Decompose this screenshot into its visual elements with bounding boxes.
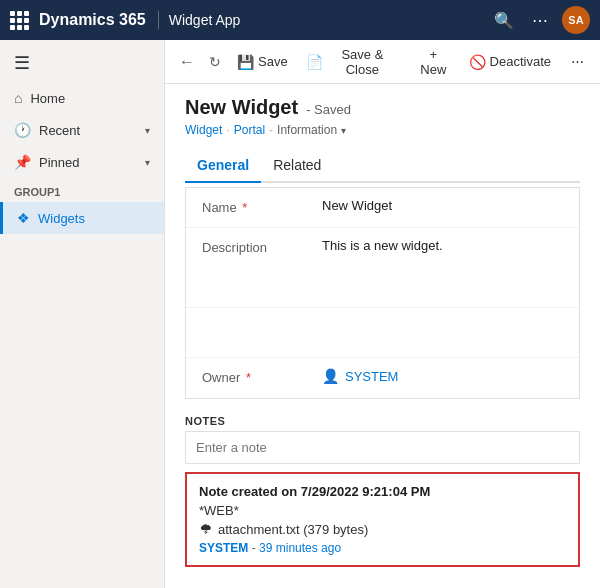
field-row-name: Name * New Widget xyxy=(186,188,579,228)
app-name: Widget App xyxy=(169,12,241,28)
required-indicator: * xyxy=(242,200,247,215)
deactivate-button[interactable]: 🚫 Deactivate xyxy=(461,50,559,74)
sidebar-item-widgets[interactable]: ❖ Widgets xyxy=(0,202,164,234)
note-separator: - xyxy=(252,541,259,555)
form-section: Name * New Widget Description This is a … xyxy=(185,187,580,399)
note-title: Note created on 7/29/2022 9:21:04 PM xyxy=(199,484,566,499)
pin-icon: 📌 xyxy=(14,154,31,170)
spacer-row xyxy=(186,308,579,358)
brand-name: Dynamics 365 xyxy=(39,11,159,29)
notes-input[interactable] xyxy=(185,431,580,464)
sidebar-group-label: Group1 xyxy=(0,178,164,202)
notes-header: NOTES xyxy=(185,407,580,431)
note-card: Note created on 7/29/2022 9:21:04 PM *WE… xyxy=(185,472,580,567)
note-footer: SYSTEM - 39 minutes ago xyxy=(199,541,566,555)
user-avatar[interactable]: SA xyxy=(562,6,590,34)
notes-section: NOTES Note created on 7/29/2022 9:21:04 … xyxy=(185,407,580,567)
main-layout: ☰ ⌂ Home 🕐 Recent ▾ 📌 Pinned ▾ Group1 ❖ … xyxy=(0,40,600,588)
form-tabs: General Related xyxy=(185,149,580,183)
refresh-button[interactable]: ↻ xyxy=(203,50,227,74)
description-label: Description xyxy=(202,238,322,255)
save-close-icon: 📄 xyxy=(306,54,323,70)
command-bar: ← ↻ 💾 Save 📄 Save & Close + New 🚫 Deacti… xyxy=(165,40,600,84)
user-icon: 👤 xyxy=(322,368,339,384)
sidebar-item-pinned-label: Pinned xyxy=(39,155,79,170)
note-body: *WEB* xyxy=(199,503,566,518)
field-row-description: Description This is a new widget. xyxy=(186,228,579,308)
record-name: New Widget xyxy=(185,96,298,119)
home-icon: ⌂ xyxy=(14,90,22,106)
breadcrumb-widget[interactable]: Widget xyxy=(185,123,222,137)
widgets-icon: ❖ xyxy=(17,210,30,226)
breadcrumb-dropdown-icon[interactable]: ▾ xyxy=(341,125,346,136)
tab-related[interactable]: Related xyxy=(261,149,333,183)
recent-icon: 🕐 xyxy=(14,122,31,138)
nav-more-icon[interactable]: ⋯ xyxy=(528,7,552,34)
name-label: Name * xyxy=(202,198,322,215)
required-indicator-owner: * xyxy=(246,370,251,385)
breadcrumb-info: Information xyxy=(277,123,337,137)
sidebar-item-recent[interactable]: 🕐 Recent ▾ xyxy=(0,114,164,146)
sidebar-hamburger-icon[interactable]: ☰ xyxy=(0,44,164,82)
save-icon: 💾 xyxy=(237,54,254,70)
save-close-button[interactable]: 📄 Save & Close xyxy=(298,43,406,81)
back-button[interactable]: ← xyxy=(173,49,201,75)
form-area: New Widget - Saved Widget · Portal - Inf… xyxy=(165,84,600,588)
sidebar-item-home-label: Home xyxy=(30,91,65,106)
apps-grid-icon[interactable] xyxy=(10,11,29,30)
main-content: ← ↻ 💾 Save 📄 Save & Close + New 🚫 Deacti… xyxy=(165,40,600,588)
search-icon[interactable]: 🔍 xyxy=(490,7,518,34)
owner-name: SYSTEM xyxy=(345,369,398,384)
note-time-link[interactable]: 39 minutes ago xyxy=(259,541,341,555)
sidebar: ☰ ⌂ Home 🕐 Recent ▾ 📌 Pinned ▾ Group1 ❖ … xyxy=(0,40,165,588)
record-title-row: New Widget - Saved xyxy=(185,96,580,119)
sidebar-item-home[interactable]: ⌂ Home xyxy=(0,82,164,114)
sidebar-item-widgets-label: Widgets xyxy=(38,211,85,226)
top-navigation: Dynamics 365 Widget App 🔍 ⋯ SA xyxy=(0,0,600,40)
record-saved-status: - Saved xyxy=(306,102,351,117)
owner-value[interactable]: 👤 SYSTEM xyxy=(322,368,563,384)
breadcrumb: Widget · Portal - Information ▾ xyxy=(185,123,580,137)
sidebar-item-pinned[interactable]: 📌 Pinned ▾ xyxy=(0,146,164,178)
more-commands-button[interactable]: ⋯ xyxy=(563,50,592,73)
tab-general[interactable]: General xyxy=(185,149,261,183)
name-value[interactable]: New Widget xyxy=(322,198,563,213)
note-system-link[interactable]: SYSTEM xyxy=(199,541,248,555)
note-attachment-row: 🌩 attachment.txt (379 bytes) xyxy=(199,522,566,537)
save-button[interactable]: 💾 Save xyxy=(229,50,296,74)
attachment-icon: 🌩 xyxy=(199,522,212,537)
new-button[interactable]: + New xyxy=(408,43,458,81)
sidebar-item-recent-label: Recent xyxy=(39,123,80,138)
deactivate-icon: 🚫 xyxy=(469,54,486,70)
owner-display[interactable]: 👤 SYSTEM xyxy=(322,368,563,384)
attachment-name[interactable]: attachment.txt (379 bytes) xyxy=(218,522,368,537)
more-icon: ⋯ xyxy=(571,54,584,69)
field-row-owner: Owner * 👤 SYSTEM xyxy=(186,358,579,398)
owner-label: Owner * xyxy=(202,368,322,385)
description-value[interactable]: This is a new widget. xyxy=(322,238,563,253)
breadcrumb-portal[interactable]: Portal xyxy=(234,123,265,137)
chevron-down-icon-pinned: ▾ xyxy=(145,157,150,168)
chevron-down-icon: ▾ xyxy=(145,125,150,136)
